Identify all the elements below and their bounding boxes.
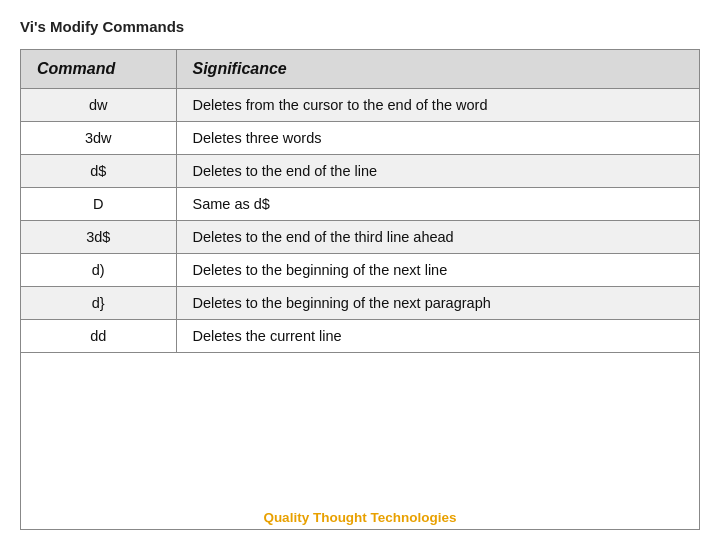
page-title: Vi's Modify Commands <box>20 18 700 35</box>
table-row: DSame as d$ <box>21 188 699 221</box>
table-row: d}Deletes to the beginning of the next p… <box>21 287 699 320</box>
command-cell: d) <box>21 254 176 287</box>
table-row: 3dwDeletes three words <box>21 122 699 155</box>
command-cell: dd <box>21 320 176 353</box>
significance-cell: Deletes from the cursor to the end of th… <box>176 89 699 122</box>
footer-text: Quality Thought Technologies <box>20 502 700 530</box>
significance-cell: Deletes the current line <box>176 320 699 353</box>
command-cell: 3d$ <box>21 221 176 254</box>
table-header-row: Command Significance <box>21 50 699 89</box>
command-cell: d} <box>21 287 176 320</box>
table-row: d$Deletes to the end of the line <box>21 155 699 188</box>
table-row: dwDeletes from the cursor to the end of … <box>21 89 699 122</box>
significance-cell: Deletes to the beginning of the next lin… <box>176 254 699 287</box>
command-cell: d$ <box>21 155 176 188</box>
command-cell: D <box>21 188 176 221</box>
column-header-significance: Significance <box>176 50 699 89</box>
column-header-command: Command <box>21 50 176 89</box>
command-cell: dw <box>21 89 176 122</box>
significance-cell: Deletes to the end of the line <box>176 155 699 188</box>
command-cell: 3dw <box>21 122 176 155</box>
table-row: 3d$Deletes to the end of the third line … <box>21 221 699 254</box>
significance-cell: Deletes to the end of the third line ahe… <box>176 221 699 254</box>
commands-table: Command Significance dwDeletes from the … <box>21 50 699 353</box>
significance-cell: Same as d$ <box>176 188 699 221</box>
significance-cell: Deletes to the beginning of the next par… <box>176 287 699 320</box>
table-row: ddDeletes the current line <box>21 320 699 353</box>
table-row: d)Deletes to the beginning of the next l… <box>21 254 699 287</box>
significance-cell: Deletes three words <box>176 122 699 155</box>
table-body: dwDeletes from the cursor to the end of … <box>21 89 699 353</box>
table-container: Command Significance dwDeletes from the … <box>20 49 700 502</box>
